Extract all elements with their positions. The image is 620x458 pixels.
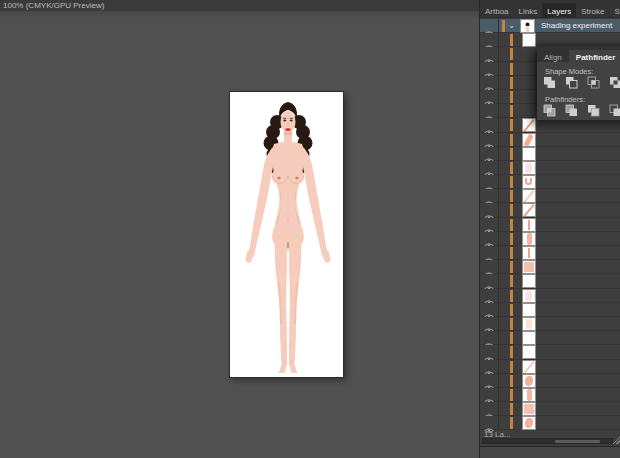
layer-row-parent[interactable]: ⌄Shading experiment: [480, 19, 620, 33]
path-thumbnail[interactable]: [523, 275, 535, 287]
panel-resize-grip[interactable]: [613, 437, 620, 444]
pathfinder-tab-pathfinder[interactable]: Pathfinder: [569, 50, 620, 66]
layer-row-path[interactable]: [480, 374, 620, 388]
layer-row-path[interactable]: [480, 175, 620, 189]
panel-tab-artboa[interactable]: Artboa: [480, 3, 514, 18]
shape-mode-minus-front-icon[interactable]: [565, 76, 578, 89]
visibility-eye-icon[interactable]: [484, 363, 494, 370]
shape-mode-exclude-icon[interactable]: [609, 76, 620, 89]
layer-row-path[interactable]: [480, 331, 620, 345]
visibility-eye-icon[interactable]: [484, 108, 494, 115]
visibility-eye-icon[interactable]: [484, 235, 494, 242]
layer-thumbnail[interactable]: [521, 20, 534, 32]
visibility-eye-icon[interactable]: [484, 264, 494, 271]
path-thumbnail[interactable]: [523, 403, 535, 415]
path-thumbnail[interactable]: [523, 34, 535, 46]
layer-row-path[interactable]: [480, 161, 620, 175]
visibility-eye-icon[interactable]: [484, 420, 494, 427]
layer-row-path[interactable]: [480, 388, 620, 402]
path-thumbnail[interactable]: [523, 204, 535, 216]
layer-row-path[interactable]: [480, 317, 620, 331]
layer-row-path[interactable]: [480, 189, 620, 203]
pathfinder-tab-align[interactable]: Align: [537, 50, 569, 66]
visibility-eye-icon[interactable]: [484, 349, 494, 356]
path-thumbnail[interactable]: [523, 148, 535, 160]
path-thumbnail[interactable]: [523, 261, 535, 273]
pathfinder-trim-icon[interactable]: [565, 104, 578, 117]
visibility-eye-icon[interactable]: [484, 320, 494, 327]
layer-name[interactable]: Shading experiment: [541, 19, 612, 33]
shape-mode-intersect-icon[interactable]: [587, 76, 600, 89]
path-thumbnail[interactable]: [523, 247, 535, 259]
panel-tab-layers[interactable]: Layers: [542, 3, 576, 18]
visibility-eye-icon[interactable]: [484, 79, 494, 86]
path-thumbnail[interactable]: [523, 361, 535, 373]
path-thumbnail[interactable]: [523, 346, 535, 358]
expand-chevron-icon[interactable]: ⌄: [507, 20, 516, 32]
visibility-eye-icon[interactable]: [484, 65, 494, 72]
visibility-eye-icon[interactable]: [484, 406, 494, 413]
visibility-eye-icon[interactable]: [484, 23, 494, 30]
path-thumbnail[interactable]: [523, 417, 535, 429]
layer-row-path[interactable]: [480, 360, 620, 374]
path-thumbnail[interactable]: [523, 119, 535, 131]
visibility-eye-icon[interactable]: [484, 164, 494, 171]
path-thumbnail[interactable]: [523, 134, 535, 146]
visibility-eye-icon[interactable]: [484, 51, 494, 58]
path-thumbnail[interactable]: [523, 332, 535, 344]
visibility-eye-icon[interactable]: [484, 179, 494, 186]
layer-row-path[interactable]: [480, 402, 620, 416]
artboard[interactable]: [229, 91, 344, 378]
visibility-eye-icon[interactable]: [484, 37, 494, 44]
canvas-area[interactable]: [0, 11, 479, 458]
visibility-eye-icon[interactable]: [484, 377, 494, 384]
visibility-eye-icon[interactable]: [484, 150, 494, 157]
path-thumbnail[interactable]: [523, 375, 535, 387]
path-thumbnail[interactable]: [523, 318, 535, 330]
visibility-eye-icon[interactable]: [484, 136, 494, 143]
layer-color-bar: [510, 204, 513, 216]
layer-row-path[interactable]: [480, 133, 620, 147]
panel-tab-stroke[interactable]: Stroke: [576, 3, 609, 18]
layer-row-path[interactable]: [480, 147, 620, 161]
panel-tab-swatch[interactable]: Swatch: [609, 3, 620, 18]
visibility-eye-icon[interactable]: [484, 306, 494, 313]
layer-row-path[interactable]: [480, 345, 620, 359]
layer-row-path[interactable]: [480, 232, 620, 246]
pathfinder-divide-icon[interactable]: [543, 104, 556, 117]
path-thumbnail[interactable]: [523, 233, 535, 245]
visibility-eye-icon[interactable]: [484, 278, 494, 285]
visibility-eye-icon[interactable]: [484, 193, 494, 200]
horizontal-scrollbar[interactable]: [482, 438, 613, 444]
path-thumbnail[interactable]: [523, 389, 535, 401]
visibility-eye-icon[interactable]: [484, 207, 494, 214]
layer-row-path[interactable]: [480, 218, 620, 232]
layer-row-path[interactable]: [480, 274, 620, 288]
path-thumbnail[interactable]: [523, 290, 535, 302]
layer-row-path[interactable]: [480, 260, 620, 274]
layer-row-path[interactable]: [480, 118, 620, 132]
visibility-eye-icon[interactable]: [484, 122, 494, 129]
scrollbar-thumb[interactable]: [555, 440, 600, 443]
visibility-eye-icon[interactable]: [484, 221, 494, 228]
layer-row-path[interactable]: [480, 246, 620, 260]
visibility-eye-icon[interactable]: [484, 292, 494, 299]
visibility-eye-icon[interactable]: [484, 250, 494, 257]
layer-row-path[interactable]: [480, 203, 620, 217]
path-thumbnail[interactable]: [523, 304, 535, 316]
panel-tab-links[interactable]: Links: [514, 3, 543, 18]
layer-row-path[interactable]: [480, 289, 620, 303]
path-thumbnail[interactable]: [523, 176, 535, 188]
visibility-eye-icon[interactable]: [484, 391, 494, 398]
pathfinder-merge-icon[interactable]: [587, 104, 600, 117]
shape-mode-unite-icon[interactable]: [543, 76, 556, 89]
path-thumbnail[interactable]: [523, 162, 535, 174]
path-thumbnail[interactable]: [523, 219, 535, 231]
layer-row-path[interactable]: [480, 303, 620, 317]
pathfinder-crop-icon[interactable]: [609, 104, 620, 117]
visibility-eye-icon[interactable]: [484, 93, 494, 100]
layer-row-path[interactable]: [480, 416, 620, 430]
layer-color-bar: [510, 417, 513, 429]
path-thumbnail[interactable]: [523, 190, 535, 202]
visibility-eye-icon[interactable]: [484, 335, 494, 342]
